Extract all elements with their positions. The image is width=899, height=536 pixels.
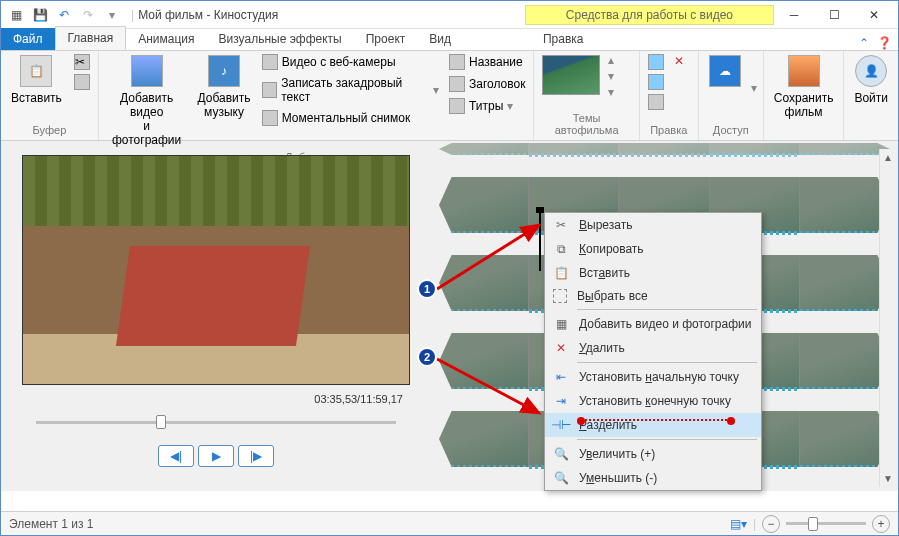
scroll-up-icon[interactable]: ▲ <box>880 149 896 166</box>
minimize-button[interactable]: ─ <box>774 3 814 27</box>
login-button[interactable]: 👤 Войти <box>850 53 892 107</box>
context-zoom-in[interactable]: 🔍Увеличить (+) <box>545 442 761 466</box>
theme-prev-icon[interactable]: ▴ <box>608 53 614 67</box>
app-icon[interactable]: ▦ <box>5 4 27 26</box>
svg-line-1 <box>437 359 539 413</box>
help-icon[interactable]: ❓ <box>877 36 892 50</box>
context-delete[interactable]: ✕Удалить <box>545 336 761 360</box>
group-edit: ✕ Правка <box>640 51 699 140</box>
undo-icon[interactable]: ↶ <box>53 4 75 26</box>
status-text: Элемент 1 из 1 <box>9 517 94 531</box>
tab-project[interactable]: Проект <box>354 28 418 50</box>
group-access: ☁ ▾ Доступ <box>699 51 764 140</box>
group-buffer: 📋 Вставить ✂ Буфер <box>1 51 99 140</box>
window-controls: ─ ☐ ✕ <box>774 3 894 27</box>
tab-file[interactable]: Файл <box>1 28 55 50</box>
group-save: Сохранить фильм <box>764 51 845 140</box>
context-cut[interactable]: ✂Вырезать <box>545 213 761 237</box>
collapse-ribbon-icon[interactable]: ⌃ <box>859 36 869 50</box>
film-icon <box>131 55 163 87</box>
webcam-icon <box>262 54 278 70</box>
save-icon[interactable]: 💾 <box>29 4 51 26</box>
zoom-controls: ▤▾ | − + <box>730 515 890 533</box>
narration-label: Записать закадровый текст <box>281 76 429 104</box>
vertical-scrollbar[interactable]: ▲ ▼ <box>879 149 896 487</box>
redo-icon[interactable]: ↷ <box>77 4 99 26</box>
webcam-button[interactable]: Видео с веб-камеры <box>260 53 441 71</box>
separator <box>577 439 757 440</box>
zoom-slider[interactable] <box>786 522 866 525</box>
rotate-right-button[interactable] <box>646 73 666 91</box>
annotation-badge-1: 1 <box>417 279 437 299</box>
context-label: Увеличить (+) <box>579 447 655 461</box>
zoom-out-button[interactable]: − <box>762 515 780 533</box>
qat-more-icon[interactable]: ▾ <box>101 4 123 26</box>
credits-button[interactable]: Титры ▾ <box>447 97 527 115</box>
context-zoom-out[interactable]: 🔍Уменьшить (-) <box>545 466 761 490</box>
save-movie-icon <box>788 55 820 87</box>
narration-button[interactable]: Записать закадровый текст ▾ <box>260 75 441 105</box>
camera-icon <box>262 110 278 126</box>
maximize-button[interactable]: ☐ <box>814 3 854 27</box>
onedrive-button[interactable]: ☁ <box>705 53 745 91</box>
clip-row[interactable] <box>439 143 890 155</box>
caption-button[interactable]: Заголовок <box>447 75 527 93</box>
group-login: 👤 Войти <box>844 51 898 140</box>
title-label: Название <box>469 55 523 69</box>
play-button[interactable]: ▶ <box>198 445 234 467</box>
add-video-button[interactable]: Добавить видео и фотографии <box>105 53 189 149</box>
preview-video[interactable] <box>22 155 410 385</box>
context-select-all[interactable]: Выбрать все <box>545 285 761 307</box>
next-frame-button[interactable]: |▶ <box>238 445 274 467</box>
context-set-start[interactable]: ⇤Установить начальную точку <box>545 365 761 389</box>
context-paste[interactable]: 📋Вставить <box>545 261 761 285</box>
context-add-media[interactable]: ▦Добавить видео и фотографии <box>545 312 761 336</box>
title-button[interactable]: Название <box>447 53 527 71</box>
select-all-button[interactable] <box>646 93 666 111</box>
copy-button[interactable] <box>72 73 92 91</box>
theme-preview[interactable] <box>542 55 600 95</box>
view-thumbs-icon[interactable]: ▤▾ <box>730 517 747 531</box>
ribbon-tabs: Файл Главная Анимация Визуальные эффекты… <box>1 29 898 51</box>
zoom-in-button[interactable]: + <box>872 515 890 533</box>
delete-x-icon: ✕ <box>674 54 690 70</box>
user-icon: 👤 <box>855 55 887 87</box>
add-music-label: Добавить музыку <box>198 91 251 119</box>
add-music-button[interactable]: ♪ Добавить музыку <box>194 53 253 121</box>
select-all-icon <box>648 94 664 110</box>
rotate-left-button[interactable] <box>646 53 666 71</box>
chevron-down-icon: ▾ <box>507 99 513 113</box>
context-copy[interactable]: ⧉Копировать <box>545 237 761 261</box>
tab-visual[interactable]: Визуальные эффекты <box>207 28 354 50</box>
title-bar: ▦ 💾 ↶ ↷ ▾ | Мой фильм - Киностудия Средс… <box>1 1 898 29</box>
paste-button[interactable]: 📋 Вставить <box>7 53 66 107</box>
save-movie-button[interactable]: Сохранить фильм <box>770 53 838 121</box>
group-label-access: Доступ <box>705 122 757 138</box>
scissors-icon: ✂ <box>74 54 90 70</box>
tab-home[interactable]: Главная <box>55 26 127 50</box>
tab-view[interactable]: Вид <box>417 28 463 50</box>
cut-button[interactable]: ✂ <box>72 53 92 71</box>
theme-more-icon[interactable]: ▾ <box>608 85 614 99</box>
rotate-left-icon <box>648 54 664 70</box>
prev-frame-button[interactable]: ◀| <box>158 445 194 467</box>
tab-edit[interactable]: Правка <box>531 28 596 50</box>
mic-icon <box>262 82 278 98</box>
music-icon: ♪ <box>208 55 240 87</box>
add-video-label: Добавить видео и фотографии <box>109 91 185 147</box>
context-label: Вырезать <box>579 218 632 232</box>
context-set-end[interactable]: ⇥Установить конечную точку <box>545 389 761 413</box>
snapshot-button[interactable]: Моментальный снимок <box>260 109 441 127</box>
delete-button[interactable]: ✕ <box>672 53 692 71</box>
close-button[interactable]: ✕ <box>854 3 894 27</box>
context-label: Установить конечную точку <box>579 394 731 408</box>
context-label: Выбрать все <box>577 289 648 303</box>
scroll-down-icon[interactable]: ▼ <box>880 470 896 487</box>
time-display: 03:35,53/11:59,17 <box>9 389 423 409</box>
theme-next-icon[interactable]: ▾ <box>608 69 614 83</box>
context-label: Вставить <box>579 266 630 280</box>
tab-animation[interactable]: Анимация <box>126 28 206 50</box>
context-label: Уменьшить (-) <box>579 471 657 485</box>
group-label-buffer: Буфер <box>7 122 92 138</box>
seek-slider[interactable] <box>36 413 396 433</box>
